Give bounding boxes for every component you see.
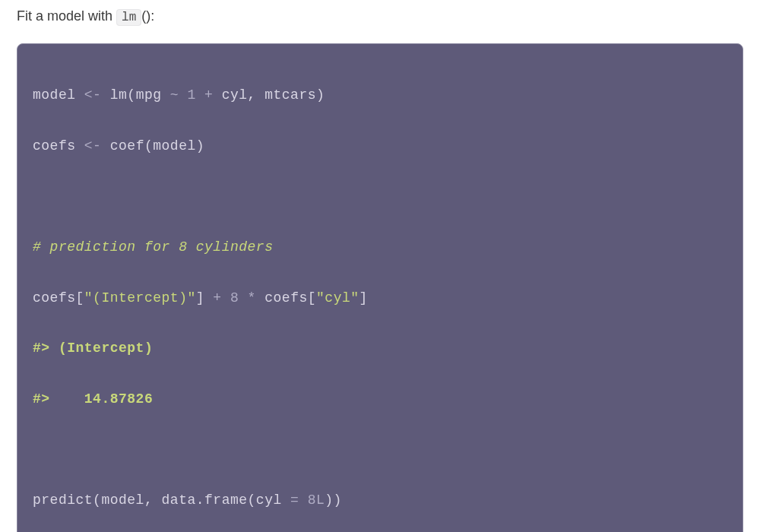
code-token: coef(model) (101, 138, 204, 154)
code-block: model <- lm(mpg ~ 1 + cyl, mtcars) coefs… (17, 43, 743, 532)
code-token (196, 87, 204, 103)
prose-text-before: Fit a model with (17, 8, 116, 24)
code-line: model <- lm(mpg ~ 1 + cyl, mtcars) (33, 83, 727, 108)
code-line: #> (Intercept) (33, 336, 727, 361)
prose-paragraph: Fit a model with lm(): (17, 6, 743, 27)
code-token: coefs[ (256, 290, 316, 306)
code-token-comment: # prediction for 8 cylinders (33, 239, 273, 255)
code-line: # prediction for 8 cylinders (33, 235, 727, 260)
code-line: coefs["(Intercept)"] + 8 * coefs["cyl"] (33, 286, 727, 311)
code-line: coefs <- coef(model) (33, 134, 727, 159)
code-token-string: "cyl" (316, 290, 359, 306)
code-token: )) (325, 492, 342, 508)
code-token-output: #> (Intercept) (33, 340, 162, 356)
code-token-number: 8 (230, 290, 239, 306)
code-token (222, 290, 230, 306)
code-token: lm(mpg (101, 87, 169, 103)
code-token: coefs (33, 138, 84, 154)
code-token-operator: + (213, 290, 221, 306)
code-token-operator: <- (84, 138, 102, 154)
code-token-operator: * (248, 290, 256, 306)
code-line-blank (33, 437, 727, 462)
code-token: ] (359, 290, 368, 306)
code-line-blank (33, 184, 727, 209)
code-token-operator: = (290, 492, 299, 508)
code-token: predict(model, data.frame(cyl (33, 492, 290, 508)
code-token-number: 1 (187, 87, 195, 103)
code-token-operator: + (204, 87, 213, 103)
code-token: ] (196, 290, 214, 306)
code-token (179, 87, 187, 103)
code-token (299, 492, 307, 508)
code-token-string: "(Intercept)" (84, 290, 196, 306)
code-token-operator: ~ (170, 87, 179, 103)
prose-text-after: (): (141, 8, 154, 24)
code-token (239, 290, 247, 306)
inline-code-lm: lm (116, 9, 141, 26)
code-token: cyl, mtcars) (213, 87, 325, 103)
code-token: coefs[ (33, 290, 84, 306)
code-token-output: #> 14.87826 (33, 391, 153, 407)
code-line: predict(model, data.frame(cyl = 8L)) (33, 488, 727, 513)
code-token-number: 8L (308, 492, 325, 508)
code-line: #> 14.87826 (33, 387, 727, 412)
code-token-operator: <- (84, 87, 102, 103)
code-token: model (33, 87, 84, 103)
